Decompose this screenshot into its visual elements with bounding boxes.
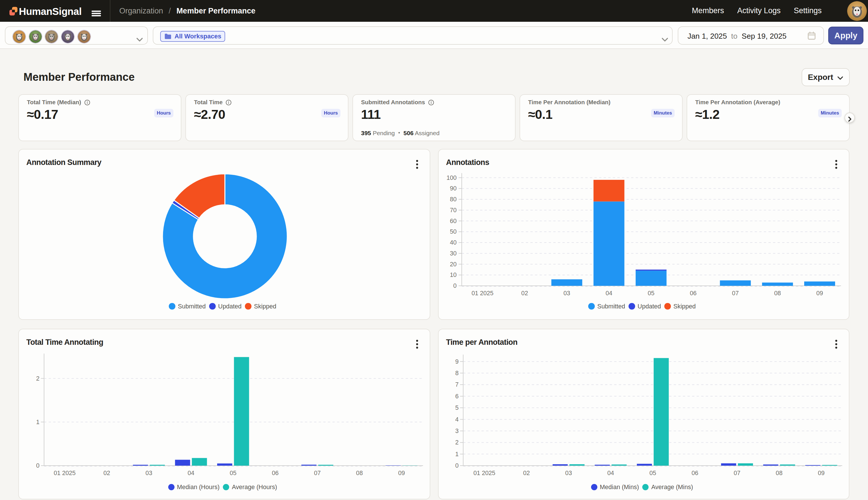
svg-text:04: 04 [607, 470, 614, 476]
svg-text:50: 50 [450, 228, 457, 235]
svg-text:20: 20 [450, 261, 457, 268]
svg-text:08: 08 [776, 470, 783, 476]
svg-text:5: 5 [455, 404, 459, 411]
svg-text:60: 60 [450, 218, 457, 224]
svg-text:2: 2 [36, 375, 39, 382]
svg-text:01 2025: 01 2025 [471, 290, 493, 296]
svg-text:09: 09 [398, 470, 405, 476]
svg-text:7: 7 [455, 381, 459, 388]
svg-text:03: 03 [565, 470, 572, 476]
svg-text:2: 2 [455, 439, 459, 446]
svg-text:09: 09 [818, 470, 825, 476]
svg-text:01 2025: 01 2025 [473, 470, 495, 476]
svg-text:0: 0 [453, 282, 457, 289]
svg-text:0: 0 [36, 462, 39, 469]
svg-text:1: 1 [36, 419, 39, 425]
svg-text:0: 0 [455, 462, 459, 469]
svg-text:09: 09 [816, 290, 823, 296]
svg-text:3: 3 [455, 428, 459, 434]
svg-text:90: 90 [450, 185, 457, 192]
svg-text:08: 08 [774, 290, 781, 296]
svg-text:80: 80 [450, 196, 457, 203]
svg-text:06: 06 [691, 470, 699, 476]
svg-text:02: 02 [523, 470, 530, 476]
svg-text:02: 02 [103, 470, 110, 476]
svg-text:8: 8 [455, 370, 459, 376]
svg-text:01 2025: 01 2025 [54, 470, 76, 476]
svg-text:07: 07 [732, 290, 739, 296]
svg-text:9: 9 [455, 358, 459, 365]
svg-text:04: 04 [188, 470, 195, 476]
svg-text:1: 1 [455, 451, 459, 457]
svg-text:03: 03 [145, 470, 152, 476]
svg-text:6: 6 [455, 393, 459, 399]
svg-text:4: 4 [455, 416, 459, 423]
svg-text:04: 04 [606, 290, 612, 296]
svg-text:06: 06 [272, 470, 279, 476]
svg-text:05: 05 [230, 470, 237, 476]
svg-text:06: 06 [690, 290, 697, 296]
svg-text:02: 02 [521, 290, 528, 296]
svg-text:30: 30 [450, 250, 457, 257]
svg-text:10: 10 [450, 272, 457, 278]
svg-text:70: 70 [450, 207, 457, 213]
svg-text:05: 05 [648, 290, 655, 296]
svg-text:05: 05 [649, 470, 656, 476]
svg-text:03: 03 [563, 290, 570, 296]
svg-text:08: 08 [356, 470, 363, 476]
svg-text:100: 100 [447, 174, 457, 181]
svg-text:40: 40 [450, 239, 457, 246]
svg-text:07: 07 [314, 470, 321, 476]
svg-text:07: 07 [734, 470, 740, 476]
